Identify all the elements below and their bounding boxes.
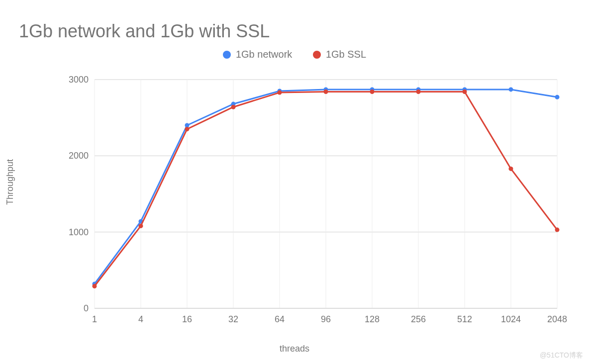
svg-text:128: 128 — [365, 314, 380, 324]
svg-text:96: 96 — [321, 314, 331, 324]
chart-title: 1Gb network and 1Gb with SSL — [19, 21, 270, 42]
svg-text:0: 0 — [84, 303, 89, 313]
svg-text:3000: 3000 — [69, 75, 89, 85]
svg-point-52 — [555, 228, 560, 232]
svg-text:32: 32 — [228, 314, 238, 324]
svg-text:1000: 1000 — [69, 227, 89, 237]
svg-text:256: 256 — [411, 314, 426, 324]
svg-text:512: 512 — [457, 314, 472, 324]
legend-dot-icon — [313, 51, 321, 59]
svg-point-44 — [185, 127, 190, 131]
legend-item-2: 1Gb SSL — [313, 49, 366, 60]
svg-point-41 — [555, 95, 560, 99]
svg-point-51 — [509, 167, 513, 171]
svg-text:4: 4 — [138, 314, 143, 324]
y-axis-label: Throughput — [5, 159, 15, 205]
svg-text:1: 1 — [92, 314, 97, 324]
svg-point-48 — [370, 90, 375, 94]
svg-text:2000: 2000 — [69, 151, 89, 161]
svg-point-49 — [416, 90, 421, 94]
svg-point-43 — [139, 224, 143, 228]
svg-text:1024: 1024 — [501, 314, 521, 324]
svg-text:16: 16 — [182, 314, 192, 324]
svg-point-50 — [463, 90, 467, 94]
watermark-text: @51CTO博客 — [540, 351, 583, 360]
chart-legend: 1Gb network 1Gb SSL — [0, 49, 589, 61]
svg-point-42 — [93, 284, 97, 288]
svg-point-45 — [231, 105, 236, 109]
chart-plot-area: 0100020003000141632649612825651210242048 — [45, 75, 572, 338]
svg-text:64: 64 — [275, 314, 285, 324]
svg-point-33 — [185, 123, 190, 128]
chart-svg: 0100020003000141632649612825651210242048 — [45, 75, 572, 338]
legend-label: 1Gb network — [236, 49, 292, 60]
svg-point-46 — [278, 91, 282, 95]
svg-text:2048: 2048 — [547, 314, 567, 324]
legend-dot-icon — [223, 51, 231, 59]
svg-point-47 — [324, 90, 328, 94]
legend-label: 1Gb SSL — [326, 49, 366, 60]
svg-point-40 — [509, 87, 513, 91]
legend-item-1: 1Gb network — [223, 49, 292, 60]
x-axis-label: threads — [280, 344, 309, 354]
